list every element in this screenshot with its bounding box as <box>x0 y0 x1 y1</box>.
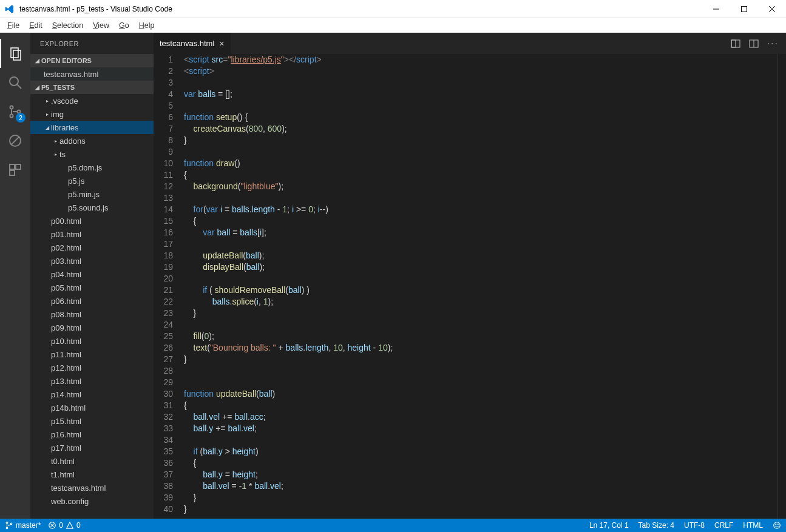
language-mode[interactable]: HTML <box>743 521 763 530</box>
tree-item[interactable]: p17.html <box>30 441 154 454</box>
svg-rect-1 <box>742 6 747 12</box>
activity-explorer[interactable] <box>0 39 30 68</box>
status-bar: master* 0 0 Ln 17, Col 1 Tab Size: 4 UTF… <box>0 519 786 532</box>
cursor-position[interactable]: Ln 17, Col 1 <box>589 521 629 530</box>
tree-item[interactable]: p01.html <box>30 227 154 241</box>
activity-bar: 2 <box>0 33 30 519</box>
svg-rect-13 <box>10 164 15 169</box>
project-header[interactable]: ◢P5_TESTS <box>30 81 154 94</box>
svg-point-8 <box>10 106 13 109</box>
window-titlebar: testcanvas.html - p5_tests - Visual Stud… <box>0 0 786 18</box>
tree-item[interactable]: ▸addons <box>30 134 154 147</box>
close-icon[interactable]: × <box>219 39 224 49</box>
editor-group: testcanvas.html × ··· 123456789101112131… <box>154 33 786 519</box>
vscode-logo-icon <box>5 4 15 14</box>
svg-point-28 <box>778 524 778 525</box>
tree-item[interactable]: web.config <box>30 494 154 508</box>
tree-item[interactable]: p5.min.js <box>30 187 154 201</box>
menu-go[interactable]: Go <box>114 20 134 31</box>
svg-rect-5 <box>13 50 21 60</box>
svg-point-6 <box>10 77 18 86</box>
activity-extensions[interactable] <box>0 155 30 184</box>
close-button[interactable] <box>758 0 786 18</box>
svg-rect-17 <box>731 40 736 47</box>
scm-badge: 2 <box>16 113 25 123</box>
split-editor-icon[interactable] <box>731 39 740 49</box>
menu-edit[interactable]: Edit <box>24 20 47 31</box>
git-branch[interactable]: master* <box>5 521 41 530</box>
sidebar-title: EXPLORER <box>30 33 154 54</box>
menu-selection[interactable]: Selection <box>47 20 88 31</box>
activity-scm[interactable]: 2 <box>0 97 30 126</box>
svg-point-27 <box>776 524 776 525</box>
svg-point-20 <box>6 522 8 524</box>
code-content[interactable]: <script src="libraries/p5.js"></script><… <box>184 54 778 519</box>
svg-rect-15 <box>10 170 15 175</box>
tree-item[interactable]: p14b.html <box>30 401 154 414</box>
line-gutter: 1234567891011121314151617181920212223242… <box>154 54 184 519</box>
svg-point-21 <box>6 527 8 529</box>
problems[interactable]: 0 0 <box>48 521 80 530</box>
editor-tabs: testcanvas.html × ··· <box>154 33 786 54</box>
scrollbar-strip[interactable] <box>778 54 786 519</box>
tree-item[interactable]: p12.html <box>30 361 154 374</box>
svg-line-12 <box>11 136 19 145</box>
tree-item[interactable]: p09.html <box>30 321 154 334</box>
tree-item[interactable]: p02.html <box>30 241 154 254</box>
svg-line-7 <box>17 84 21 89</box>
tree-item[interactable]: p06.html <box>30 294 154 308</box>
menu-bar: FileEditSelectionViewGoHelp <box>0 18 786 33</box>
tree-item[interactable]: t1.html <box>30 468 154 481</box>
tree-item[interactable]: p5.dom.js <box>30 161 154 174</box>
activity-search[interactable] <box>0 68 30 97</box>
tree-item[interactable]: p11.html <box>30 348 154 361</box>
explorer-sidebar: EXPLORER ◢OPEN EDITORS testcanvas.html ◢… <box>30 33 154 519</box>
svg-rect-4 <box>11 48 18 58</box>
svg-point-9 <box>10 115 13 118</box>
tree-item[interactable]: testcanvas.html <box>30 481 154 494</box>
menu-help[interactable]: Help <box>134 20 160 31</box>
minimize-button[interactable] <box>702 0 730 18</box>
tree-item[interactable]: p15.html <box>30 414 154 428</box>
more-icon[interactable]: ··· <box>767 38 779 49</box>
tree-item[interactable]: p05.html <box>30 281 154 294</box>
file-tree: ▸.vscode▸img◢libraries▸addons▸tsp5.dom.j… <box>30 94 154 519</box>
tab-size[interactable]: Tab Size: 4 <box>639 521 674 530</box>
maximize-button[interactable] <box>730 0 758 18</box>
layout-icon[interactable] <box>749 39 759 49</box>
activity-debug[interactable] <box>0 126 30 155</box>
tree-item[interactable]: ▸img <box>30 107 154 121</box>
tab-testcanvas[interactable]: testcanvas.html × <box>154 33 231 54</box>
tree-item[interactable]: ▸.vscode <box>30 94 154 107</box>
window-title: testcanvas.html - p5_tests - Visual Stud… <box>19 5 702 13</box>
tree-item[interactable]: p00.html <box>30 214 154 227</box>
feedback-icon[interactable] <box>773 521 781 530</box>
tab-label: testcanvas.html <box>160 39 214 48</box>
svg-point-26 <box>774 522 781 529</box>
menu-view[interactable]: View <box>88 20 114 31</box>
tree-item[interactable]: t0.html <box>30 454 154 468</box>
tree-item[interactable]: p03.html <box>30 254 154 268</box>
tree-item[interactable]: p14.html <box>30 388 154 401</box>
svg-rect-14 <box>16 164 21 169</box>
tree-item[interactable]: p04.html <box>30 268 154 281</box>
tree-item[interactable]: p5.sound.js <box>30 201 154 214</box>
menu-file[interactable]: File <box>2 20 24 31</box>
tree-item[interactable]: p16.html <box>30 428 154 441</box>
tree-item[interactable]: p5.js <box>30 174 154 187</box>
tree-item[interactable]: ▸ts <box>30 147 154 161</box>
open-editor-item[interactable]: testcanvas.html <box>30 67 154 81</box>
tree-item[interactable]: ◢libraries <box>30 121 154 134</box>
tree-item[interactable]: p10.html <box>30 334 154 348</box>
encoding[interactable]: UTF-8 <box>684 521 705 530</box>
open-editors-header[interactable]: ◢OPEN EDITORS <box>30 54 154 67</box>
eol[interactable]: CRLF <box>714 521 733 530</box>
tree-item[interactable]: p13.html <box>30 374 154 388</box>
tree-item[interactable]: p08.html <box>30 308 154 321</box>
